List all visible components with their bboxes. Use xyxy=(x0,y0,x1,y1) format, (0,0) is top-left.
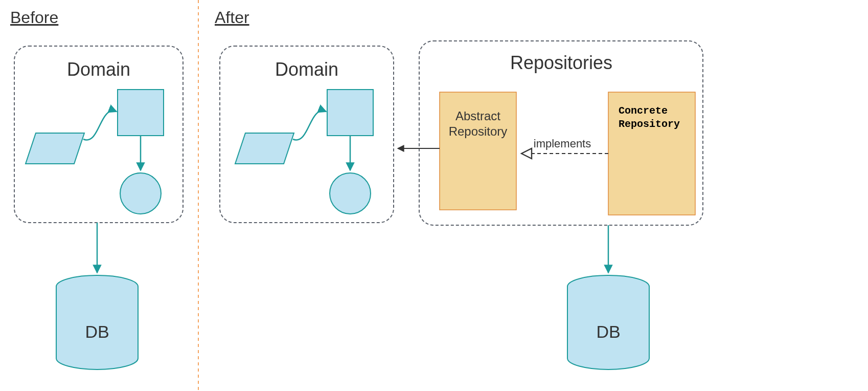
repositories-title: Repositories xyxy=(510,52,612,73)
after-db-label: DB xyxy=(596,322,620,341)
abstract-repository-label-1: Abstract xyxy=(455,109,500,123)
before-heading: Before xyxy=(10,8,58,27)
after-arrow-para-to-square xyxy=(293,111,326,140)
before-domain-title: Domain xyxy=(67,59,130,80)
after-db-cylinder: DB xyxy=(567,275,649,370)
after-shape-parallelogram xyxy=(235,133,294,164)
before-shape-parallelogram xyxy=(26,133,84,164)
before-db-label: DB xyxy=(85,322,109,341)
after-heading: After xyxy=(215,8,249,27)
before-shape-square xyxy=(118,90,164,136)
abstract-repository-label-2: Repository xyxy=(449,124,508,138)
after-shape-circle xyxy=(330,173,371,214)
before-shape-circle xyxy=(120,173,161,214)
after-shape-square xyxy=(327,90,373,136)
implements-label: implements xyxy=(534,137,591,150)
before-arrow-para-to-square xyxy=(83,111,117,140)
before-db-cylinder: DB xyxy=(56,275,138,370)
after-domain-title: Domain xyxy=(275,59,338,80)
concrete-repository-label-2: Repository xyxy=(619,118,680,130)
concrete-repository-label-1: Concrete xyxy=(619,105,668,117)
architecture-diagram: Before Domain DB After Domain Repositori… xyxy=(0,0,868,391)
